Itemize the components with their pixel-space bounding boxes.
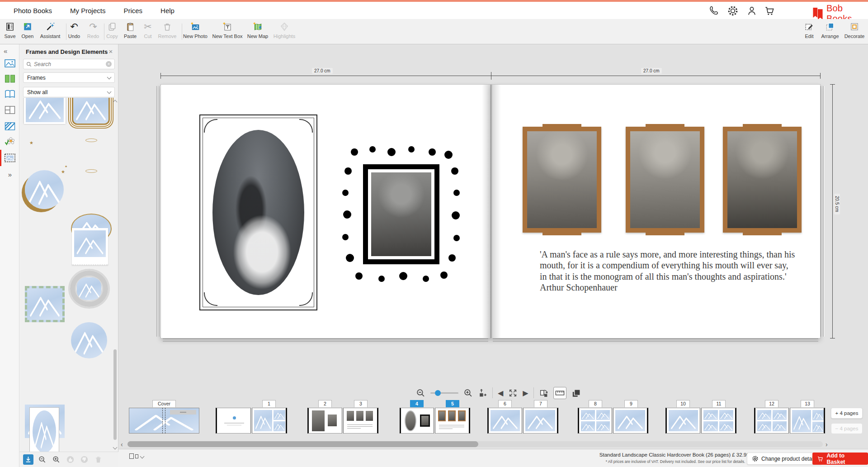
toggle-rulers-button[interactable] [553, 387, 566, 399]
next-spread-icon[interactable]: ▶ [523, 388, 528, 398]
scroll-down-icon[interactable] [113, 445, 118, 450]
basket-icon[interactable] [764, 5, 776, 17]
arrange-button[interactable]: Arrange [818, 21, 842, 43]
quote-text-box[interactable]: 'A man's face as a rule says more, and m… [540, 249, 797, 293]
frame-search[interactable]: × [23, 59, 115, 69]
menu-photo-books[interactable]: Photo Books [14, 7, 52, 14]
panel-zoom-out-button[interactable] [37, 454, 47, 465]
filmstrip-scroll-right-icon[interactable]: › [826, 441, 828, 448]
frame-thumb[interactable] [29, 407, 59, 452]
download-frames-button[interactable] [23, 454, 33, 465]
menu-my-projects[interactable]: My Projects [70, 7, 105, 14]
frame-thumb[interactable] [72, 98, 110, 125]
wood-framed-portrait-3[interactable] [723, 127, 802, 233]
tab-page-7[interactable]: 7 [534, 400, 547, 407]
sidebar-item-pages[interactable] [3, 88, 17, 100]
sidebar-item-backgrounds[interactable] [3, 120, 17, 133]
zoom-fit-icon[interactable] [478, 388, 487, 398]
edit-button[interactable]: Edit [800, 21, 818, 43]
sidebar-item-photos[interactable] [3, 57, 17, 70]
tab-page-10[interactable]: 10 [676, 400, 690, 407]
decorate-button[interactable]: Decorate [842, 21, 867, 43]
account-icon[interactable] [746, 5, 758, 17]
panel-scrollbar-thumb[interactable] [113, 349, 117, 440]
tab-page-12[interactable]: 12 [765, 400, 778, 407]
change-product-details-button[interactable]: Change product details [747, 453, 822, 465]
spread-thumb-12-13[interactable] [754, 408, 825, 434]
zoom-slider-knob[interactable] [435, 390, 441, 396]
spread-thumb-10-11[interactable] [665, 408, 736, 434]
assistant-button[interactable]: Assistant [37, 21, 63, 43]
open-button[interactable]: Open [18, 21, 37, 43]
sidebar-item-masks[interactable] [3, 104, 17, 116]
mountain-placeholder-icon [669, 410, 698, 431]
frame-thumb[interactable] [24, 98, 66, 124]
tab-page-8[interactable]: 8 [589, 400, 602, 407]
spread-thumb-cover[interactable] [129, 408, 199, 434]
tab-page-11[interactable]: 11 [712, 400, 726, 407]
new-text-box-button[interactable]: New Text Box [210, 21, 245, 43]
tab-page-6[interactable]: 6 [498, 400, 512, 407]
autofill-pages-icon[interactable] [539, 388, 548, 398]
frame-filter-select[interactable]: Show all [23, 87, 115, 97]
menu-help[interactable]: Help [160, 7, 175, 14]
tab-page-9[interactable]: 9 [624, 400, 638, 407]
spread-thumb-1[interactable] [216, 408, 287, 434]
panel-scrollbar[interactable] [113, 100, 117, 450]
wood-framed-portrait-1[interactable] [523, 127, 601, 233]
filmstrip-scroll-left-icon[interactable]: ‹ [121, 441, 123, 448]
panel-close-icon[interactable]: × [107, 48, 114, 55]
zoom-in-icon[interactable] [463, 388, 473, 398]
sidebar-item-layouts[interactable] [3, 72, 17, 85]
baroque-framed-portrait[interactable] [343, 147, 459, 281]
phone-icon[interactable] [708, 5, 720, 17]
frame-thumb[interactable] [25, 170, 64, 209]
layers-icon[interactable] [571, 388, 581, 398]
add-to-basket-button[interactable]: Add to Basket [812, 453, 868, 465]
frame-thumb[interactable] [25, 286, 65, 322]
paste-button[interactable]: Paste [121, 21, 139, 43]
sidebar-item-frames[interactable] [3, 152, 17, 164]
new-photo-button[interactable]: New Photo [181, 21, 210, 43]
wedding-couple-photo[interactable] [212, 130, 304, 295]
tab-page-13[interactable]: 13 [801, 400, 814, 407]
scroll-up-icon[interactable] [113, 100, 118, 105]
wood-framed-portrait-2[interactable] [626, 127, 704, 233]
new-map-button[interactable]: New Map [245, 21, 270, 43]
tab-page-3[interactable]: 3 [354, 400, 368, 407]
collapse-panel-icon[interactable]: « [4, 47, 7, 55]
fullscreen-icon[interactable] [508, 388, 518, 398]
sidebar-more-icon[interactable]: » [3, 168, 17, 181]
save-button[interactable]: Save [1, 21, 19, 43]
undo-button[interactable]: ↶ Undo [65, 21, 83, 43]
zoom-out-icon[interactable] [416, 388, 425, 398]
panel-zoom-in-button[interactable] [51, 454, 61, 465]
thumbnail-layout-select[interactable] [129, 453, 144, 459]
menu-prices[interactable]: Prices [123, 7, 142, 14]
tab-cover[interactable]: Cover [152, 400, 176, 407]
woman-portrait-photo[interactable] [371, 172, 431, 256]
tab-page-1[interactable]: 1 [262, 400, 276, 407]
settings-gear-icon[interactable] [727, 5, 739, 17]
add-pages-button[interactable]: + 4 pages [831, 408, 863, 419]
tab-page-2[interactable]: 2 [318, 400, 332, 407]
frame-thumb[interactable] [70, 271, 108, 307]
tab-page-5[interactable]: 5 [446, 400, 459, 407]
spread-thumb-6-7[interactable] [487, 408, 558, 434]
frame-thumb[interactable] [71, 322, 107, 358]
filmstrip-scrollbar-thumb[interactable] [127, 441, 478, 447]
assistant-wand-icon [45, 21, 55, 33]
tab-page-4[interactable]: 4 [410, 400, 424, 407]
previous-spread-icon[interactable]: ◀ [498, 388, 503, 398]
spread-thumb-2-3[interactable] [307, 408, 378, 434]
search-clear-icon[interactable]: × [106, 61, 112, 67]
sidebar-item-cliparts[interactable] [3, 135, 17, 148]
spread-thumb-8-9[interactable] [578, 408, 648, 434]
search-input[interactable] [34, 61, 104, 67]
frame-thumb[interactable] [72, 228, 108, 265]
spread-thumb-4-5-selected[interactable] [400, 408, 470, 434]
wedding-photo-ornate-frame[interactable] [199, 114, 317, 310]
filmstrip-scrollbar[interactable] [127, 441, 823, 447]
frame-type-select[interactable]: Frames [23, 72, 115, 83]
zoom-slider[interactable] [430, 392, 458, 394]
